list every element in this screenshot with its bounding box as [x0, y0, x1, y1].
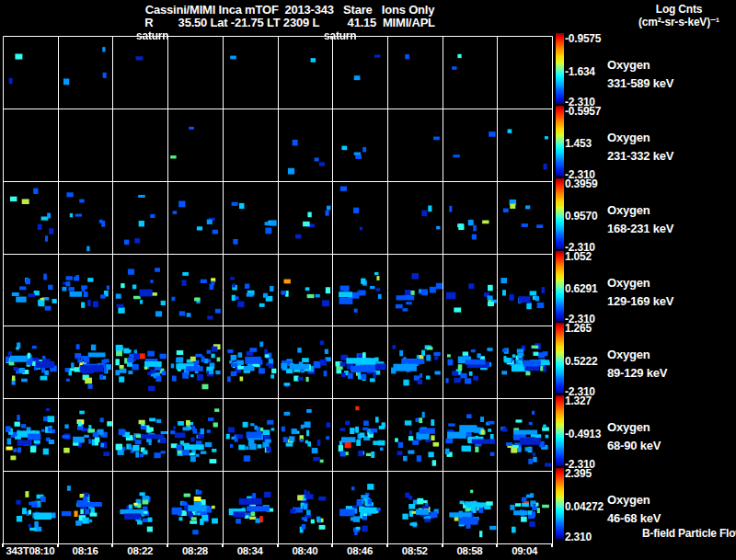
- colorbar: [556, 468, 564, 539]
- spectrogram-canvas: [0, 0, 736, 560]
- colorbar: [556, 33, 564, 104]
- mimi-inca-display: Cassini/MIMI Inca mTOF 2013-343 Stare Io…: [0, 0, 736, 560]
- colorbar: [556, 323, 564, 394]
- colorbar: [556, 395, 564, 466]
- colorbar: [556, 251, 564, 322]
- colorbar: [556, 178, 564, 249]
- colorbar: [556, 106, 564, 177]
- saturn-marker-label: saturn: [136, 29, 168, 42]
- saturn-marker-label: saturn: [324, 29, 356, 42]
